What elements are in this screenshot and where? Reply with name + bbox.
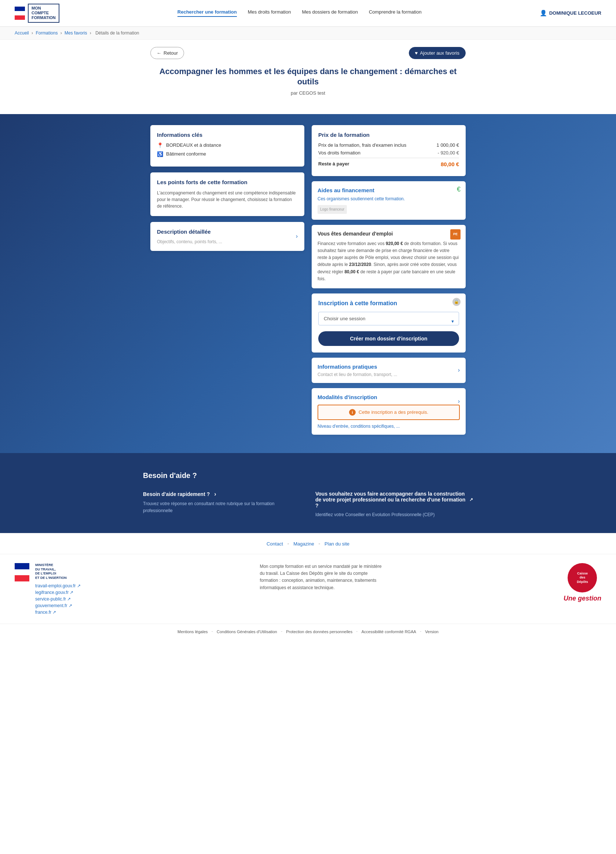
logo-line1: MON: [32, 6, 56, 11]
footer-link-plan[interactable]: Plan du site: [324, 541, 350, 547]
points-forts-text: L'accompagnement du changement est une c…: [157, 190, 298, 209]
training-title: Accompagner les hommes et les équipes da…: [151, 66, 465, 87]
accessibility-item: ♿ Bâtiment conforme: [157, 151, 298, 157]
points-forts-title: Les points forts de cette formation: [157, 179, 298, 185]
external-link-icon: ↗: [469, 497, 473, 502]
help-section: Besoin d'aide ? Besoin d'aide rapidement…: [0, 453, 616, 533]
prix-row1-label: Prix de la formation, frais d'examen inc…: [318, 142, 406, 148]
footer-legal-mentions[interactable]: Mentions légales: [178, 630, 208, 634]
help-chevron-icon: ›: [214, 491, 216, 497]
inscription-title: Inscription à cette formation: [318, 300, 459, 307]
caisse-logo: CaissedesDépôts: [567, 563, 597, 592]
infos-pratiques-card[interactable]: Informations pratiques Contact et lieu d…: [312, 358, 465, 383]
breadcrumb-current: Détails de la formation: [95, 30, 139, 35]
footer-legal-cgu[interactable]: Conditions Générales d'Utilisation: [217, 630, 277, 634]
footer-legal-version[interactable]: Version: [425, 630, 438, 634]
location-text: BORDEAUX et à distance: [166, 142, 221, 148]
main-nav: Rechercher une formation Mes droits form…: [178, 9, 422, 17]
aides-card: € Aides au financement Ces organismes so…: [312, 181, 465, 220]
description-card[interactable]: Description détaillée Objectifs, contenu…: [151, 222, 304, 251]
session-select[interactable]: Choisir une session: [318, 312, 459, 325]
footer-link-service[interactable]: service-public.fr ↗: [35, 596, 81, 602]
euro-icon: €: [457, 186, 461, 193]
session-select-wrapper: Choisir une session: [318, 312, 459, 331]
footer-legal-accessibilite[interactable]: Accessibilité conformité RGAA: [362, 630, 416, 634]
footer-legal: Mentions légales - Conditions Générales …: [0, 624, 616, 639]
info-circle-icon: i: [349, 409, 356, 416]
infos-pratiques-title: Informations pratiques: [318, 363, 397, 370]
prix-total-value: 80,00 €: [441, 161, 459, 167]
demandeur-logo: PE: [450, 229, 461, 239]
prerequis-label: Cette inscription a des prérequis.: [359, 409, 428, 415]
accessibility-text: Bâtiment conforme: [166, 151, 206, 157]
training-provider: par CEGOS test: [151, 90, 465, 96]
modalites-card: Modalités d'inscription › i Cette inscri…: [312, 388, 465, 435]
back-button[interactable]: ← Retour: [151, 47, 184, 59]
help-card2-text: Identifiez votre Conseiller en Evolution…: [315, 511, 473, 518]
breadcrumb-accueil[interactable]: Accueil: [15, 30, 29, 35]
footer-links: Contact - Magazine - Plan du site: [0, 533, 616, 554]
financeur-logo: Logo financeur: [318, 205, 347, 214]
inscription-card: 🔒 Inscription à cette formation Choisir …: [312, 293, 465, 352]
top-actions: ← Retour ♥ Ajouter aux favoris: [151, 47, 465, 59]
modalites-title: Modalités d'inscription: [318, 394, 377, 400]
footer-right: CaissedesDépôts Une gestion: [564, 563, 601, 602]
nav-droits[interactable]: Mes droits formation: [248, 9, 291, 17]
create-dossier-button[interactable]: Créer mon dossier d'inscription: [318, 331, 459, 346]
left-column: Informations clés 📍 BORDEAUX et à distan…: [151, 125, 304, 251]
location-icon: 📍: [157, 142, 163, 148]
footer-bottom: MINISTÈREDU TRAVAIL,DE L'EMPLOIET DE L'I…: [0, 554, 616, 624]
user-area[interactable]: 👤 DOMINIQUE LECOEUR: [540, 9, 601, 17]
points-forts-card: Les points forts de cette formation L'ac…: [151, 172, 304, 216]
description-title: Description détaillée: [157, 229, 222, 235]
demandeur-text: Financez votre formation avec vos 920,00…: [318, 240, 460, 282]
user-icon: 👤: [540, 9, 547, 17]
logo-line3: FORMATION: [32, 15, 56, 20]
footer-center-text: Mon compte formation est un service mand…: [260, 563, 384, 591]
breadcrumb-favoris[interactable]: Mes favoris: [64, 30, 87, 35]
help-card1-text: Trouvez votre réponse en consultant notr…: [143, 500, 301, 514]
blue-bg-section: Informations clés 📍 BORDEAUX et à distan…: [0, 114, 616, 453]
aides-title: Aides au financement: [318, 187, 460, 193]
description-sub: Objectifs, contenu, points forts, ...: [157, 239, 222, 244]
help-card-1: Besoin d'aide rapidement ? › Trouvez vot…: [143, 491, 301, 518]
help-card-2: Vous souhaitez vous faire accompagner da…: [315, 491, 473, 518]
nav-rechercher[interactable]: Rechercher une formation: [178, 9, 237, 17]
help-title: Besoin d'aide ?: [143, 471, 473, 480]
logo-line2: COMPTE: [32, 11, 56, 15]
help-card1-title: Besoin d'aide rapidement ?: [143, 491, 210, 497]
prix-row2-value: - 920,00 €: [437, 150, 459, 156]
une-gestion-label: Une gestion: [564, 595, 601, 602]
prix-total-row: Reste à payer 80,00 €: [318, 158, 459, 167]
footer-link-gouv[interactable]: gouvernement.fr ↗: [35, 603, 81, 608]
infos-chevron-icon: ›: [458, 367, 460, 374]
prix-row2: Vos droits formation - 920,00 €: [318, 150, 459, 156]
ministry-name: MINISTÈREDU TRAVAIL,DE L'EMPLOIET DE L'I…: [35, 563, 81, 580]
info-cles-card: Informations clés 📍 BORDEAUX et à distan…: [151, 125, 304, 166]
breadcrumb: Accueil › Formations › Mes favoris › Dét…: [0, 27, 616, 40]
footer-link-contact[interactable]: Contact: [266, 541, 283, 547]
nav-comprendre[interactable]: Comprendre la formation: [369, 9, 422, 17]
lock-icon: 🔒: [452, 298, 461, 306]
modalites-chevron-icon: ›: [458, 398, 460, 405]
footer-link-france[interactable]: france.fr ↗: [35, 610, 81, 615]
breadcrumb-formations[interactable]: Formations: [36, 30, 58, 35]
infos-pratiques-sub: Contact et lieu de formation, transport,…: [318, 372, 397, 377]
blue-bg-inner: Informations clés 📍 BORDEAUX et à distan…: [151, 125, 465, 435]
footer-flag-icon: [15, 563, 29, 581]
back-arrow-icon: ←: [157, 50, 161, 56]
right-column: Prix de la formation Prix de la formatio…: [312, 125, 465, 435]
prix-card: Prix de la formation Prix de la formatio…: [312, 125, 465, 176]
footer-legal-donnees[interactable]: Protection des données personnelles: [286, 630, 352, 634]
add-to-favorites-button[interactable]: ♥ Ajouter aux favoris: [409, 47, 465, 59]
footer-link-legifrance[interactable]: legifrance.gouv.fr ↗: [35, 590, 81, 595]
prerequis-button[interactable]: i Cette inscription a des prérequis.: [318, 405, 460, 420]
prix-total-label: Reste à payer: [318, 161, 350, 167]
footer-link-travail[interactable]: travail-emploi.gouv.fr ↗: [35, 583, 81, 589]
logo-area: MON COMPTE FORMATION: [15, 4, 59, 23]
prix-title: Prix de la formation: [318, 132, 459, 138]
chevron-right-icon: ›: [296, 233, 298, 239]
nav-dossiers[interactable]: Mes dossiers de formation: [302, 9, 357, 17]
title-section: Accompagner les hommes et les équipes da…: [151, 66, 465, 96]
footer-link-magazine[interactable]: Magazine: [294, 541, 314, 547]
